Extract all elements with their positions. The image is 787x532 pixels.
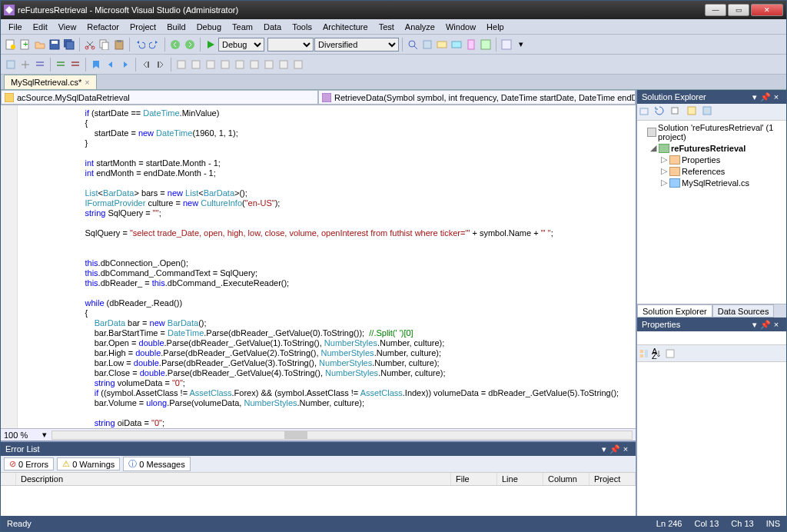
se-close-icon[interactable]: × bbox=[771, 91, 782, 102]
menu-team[interactable]: Team bbox=[227, 21, 257, 33]
code-content[interactable]: if (startDate == DateTime.MinValue) { st… bbox=[1, 105, 636, 428]
tb2-btn-x6[interactable] bbox=[247, 58, 261, 71]
properties-header[interactable]: Properties ▾ 📌 × bbox=[637, 318, 786, 331]
comment-button[interactable] bbox=[54, 58, 68, 71]
open-button[interactable] bbox=[33, 38, 47, 52]
tree-file-cs[interactable]: ▷MySqlRetrieval.cs bbox=[639, 177, 785, 188]
messages-filter[interactable]: ⓘ0 Messages bbox=[123, 457, 190, 471]
panel-close-icon[interactable]: × bbox=[620, 444, 631, 454]
tree-solution[interactable]: Solution 'reFuturesRetrieval' (1 project… bbox=[639, 122, 785, 142]
menu-test[interactable]: Test bbox=[374, 21, 399, 33]
undo-button[interactable] bbox=[133, 38, 147, 52]
props-object-dropdown[interactable] bbox=[637, 331, 786, 345]
find-button[interactable] bbox=[406, 38, 420, 52]
menu-data[interactable]: Data bbox=[259, 21, 286, 33]
redo-button[interactable] bbox=[148, 38, 161, 52]
bookmark-button[interactable] bbox=[89, 58, 103, 71]
menu-window[interactable]: Window bbox=[441, 21, 480, 33]
any-cpu-dropdown[interactable] bbox=[267, 38, 314, 52]
col-column[interactable]: Column bbox=[543, 473, 589, 485]
error-table[interactable]: Description File Line Column Project bbox=[1, 473, 636, 516]
se-home-button[interactable] bbox=[639, 105, 653, 119]
tb2-btn-x3[interactable] bbox=[204, 58, 218, 71]
tb-btn-1[interactable] bbox=[420, 38, 434, 52]
tb2-btn-x5[interactable] bbox=[233, 58, 247, 71]
se-showall-button[interactable] bbox=[686, 105, 700, 119]
zoom-level[interactable]: 100 % bbox=[4, 431, 42, 440]
tb2-btn-x7[interactable] bbox=[262, 58, 276, 71]
menu-edit[interactable]: Edit bbox=[28, 21, 52, 33]
props-categorized-button[interactable] bbox=[639, 348, 649, 359]
add-item-button[interactable]: + bbox=[18, 38, 32, 52]
minimize-button[interactable]: — bbox=[705, 4, 726, 16]
tb2-btn-x4[interactable] bbox=[218, 58, 232, 71]
tb2-btn-2[interactable] bbox=[18, 58, 32, 71]
props-pin-icon[interactable]: 📌 bbox=[760, 319, 771, 330]
tb2-btn-x2[interactable] bbox=[189, 58, 203, 71]
h-scrollbar[interactable] bbox=[51, 431, 633, 440]
titlebar[interactable]: reFuturesRetrieval - Microsoft Visual St… bbox=[1, 1, 786, 19]
platform-dropdown[interactable]: Diversified bbox=[314, 38, 399, 52]
nav-fwd-button[interactable] bbox=[183, 38, 197, 52]
tb-btn-4[interactable] bbox=[464, 38, 478, 52]
menu-file[interactable]: File bbox=[4, 21, 27, 33]
se-pin-icon[interactable]: 📌 bbox=[760, 91, 771, 102]
se-collapse-button[interactable] bbox=[669, 105, 683, 119]
tab-solution-explorer[interactable]: Solution Explorer bbox=[637, 304, 712, 318]
tb-btn-3[interactable] bbox=[450, 38, 463, 52]
save-all-button[interactable] bbox=[62, 38, 76, 52]
se-refresh-button[interactable] bbox=[654, 105, 668, 119]
tab-data-sources[interactable]: Data Sources bbox=[712, 304, 775, 318]
menu-view[interactable]: View bbox=[54, 21, 81, 33]
tb2-btn-1[interactable] bbox=[4, 58, 18, 71]
start-debug-button[interactable] bbox=[204, 38, 218, 52]
indent-out-button[interactable] bbox=[139, 58, 153, 71]
panel-pin-icon[interactable]: 📌 bbox=[609, 444, 620, 454]
menu-build[interactable]: Build bbox=[162, 21, 190, 33]
tb2-btn-x8[interactable] bbox=[277, 58, 291, 71]
se-properties-button[interactable] bbox=[702, 105, 716, 119]
cut-button[interactable] bbox=[83, 38, 97, 52]
tb2-btn-3[interactable] bbox=[33, 58, 47, 71]
menu-architecture[interactable]: Architecture bbox=[318, 21, 373, 33]
nav-back-button[interactable] bbox=[168, 38, 182, 52]
paste-button[interactable] bbox=[112, 38, 126, 52]
tree-references[interactable]: ▷References bbox=[639, 165, 785, 177]
col-line[interactable]: Line bbox=[497, 473, 543, 485]
tree-project[interactable]: ◢reFuturesRetrieval bbox=[639, 142, 785, 154]
properties-grid[interactable] bbox=[637, 362, 786, 516]
props-alpha-button[interactable]: AZ bbox=[651, 348, 662, 359]
props-dropdown-icon[interactable]: ▾ bbox=[749, 319, 760, 330]
type-dropdown[interactable]: acSource.MySqlDataRetrieval bbox=[1, 90, 318, 105]
se-dropdown-icon[interactable]: ▾ bbox=[749, 91, 760, 102]
tb2-btn-x1[interactable] bbox=[174, 58, 188, 71]
panel-dropdown-icon[interactable]: ▾ bbox=[599, 444, 609, 454]
solution-tree[interactable]: Solution 'reFuturesRetrieval' (1 project… bbox=[637, 121, 786, 190]
tb-btn-2[interactable] bbox=[435, 38, 449, 52]
props-pages-button[interactable] bbox=[665, 348, 676, 359]
code-editor[interactable]: if (startDate == DateTime.MinValue) { st… bbox=[1, 105, 636, 428]
tb-btn-7[interactable]: ▾ bbox=[514, 38, 528, 52]
tb-btn-5[interactable] bbox=[479, 38, 493, 52]
config-dropdown[interactable]: Debug bbox=[218, 38, 264, 52]
error-list-header[interactable]: Error List ▾ 📌 × bbox=[1, 442, 636, 456]
tab-mysqlretrieval[interactable]: MySqlRetrieval.cs* × bbox=[4, 75, 97, 89]
maximize-button[interactable]: ▭ bbox=[728, 4, 749, 16]
solution-explorer-header[interactable]: Solution Explorer ▾ 📌 × bbox=[637, 90, 786, 104]
next-bookmark-button[interactable] bbox=[118, 58, 132, 71]
zoom-drop-icon[interactable]: ▾ bbox=[42, 430, 47, 440]
warnings-filter[interactable]: ⚠0 Warnings bbox=[57, 457, 120, 470]
prev-bookmark-button[interactable] bbox=[104, 58, 118, 71]
menu-help[interactable]: Help bbox=[482, 21, 509, 33]
props-close-icon[interactable]: × bbox=[771, 319, 782, 330]
indent-in-button[interactable] bbox=[154, 58, 168, 71]
errors-filter[interactable]: ⊘0 Errors bbox=[4, 457, 54, 470]
col-project[interactable]: Project bbox=[589, 473, 636, 485]
tb2-btn-x9[interactable] bbox=[291, 58, 305, 71]
menu-refactor[interactable]: Refactor bbox=[82, 21, 124, 33]
save-button[interactable] bbox=[48, 38, 61, 52]
close-button[interactable]: ✕ bbox=[751, 4, 783, 16]
tree-properties[interactable]: ▷Properties bbox=[639, 154, 785, 165]
tb-btn-6[interactable] bbox=[500, 38, 513, 52]
col-description[interactable]: Description bbox=[16, 473, 451, 485]
